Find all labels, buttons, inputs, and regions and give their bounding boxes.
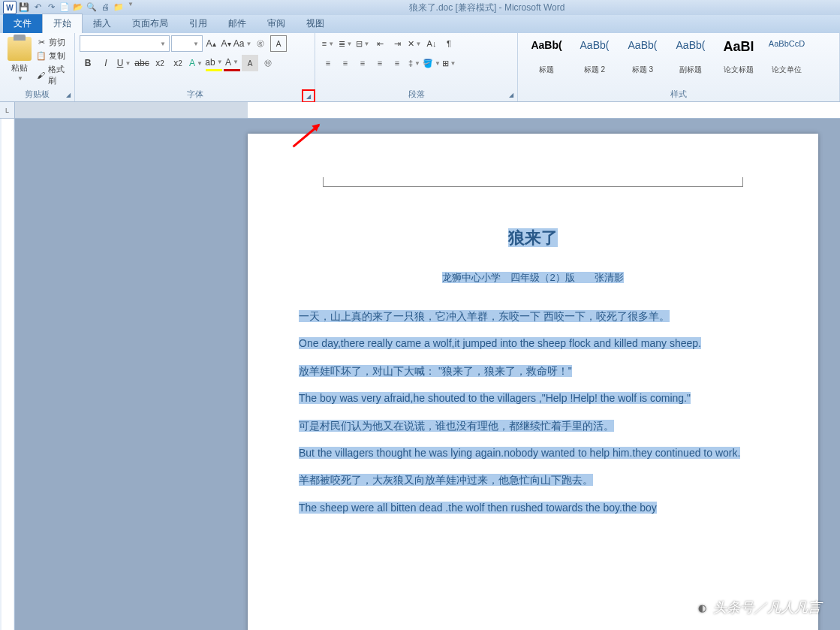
font-color-button[interactable]: A▼: [224, 55, 240, 71]
open-icon[interactable]: 📂: [72, 1, 84, 13]
tab-references[interactable]: 引用: [179, 14, 218, 33]
group-font: ▼ ▼ A▴ A▾ Aa▼ ㊔ A B I U▼ abc x2 x2 A▼ ab…: [75, 33, 315, 101]
grow-font-button[interactable]: A▴: [204, 35, 218, 52]
phonetic-guide-button[interactable]: ㊔: [252, 35, 269, 52]
redo-icon[interactable]: ↷: [45, 1, 57, 13]
cut-button[interactable]: ✂剪切: [36, 37, 70, 48]
copy-button[interactable]: 📋复制: [36, 50, 70, 62]
doc-paragraph[interactable]: The sheep were all bitten dead .the wolf…: [278, 494, 788, 521]
quick-access-toolbar: W 💾 ↶ ↷ 📄 📂 🔍 🖨 📁 ▼: [0, 1, 134, 14]
line-spacing-button[interactable]: ‡▼: [406, 55, 423, 71]
borders-button[interactable]: ⊞▼: [441, 55, 457, 71]
show-marks-button[interactable]: ¶: [441, 35, 457, 52]
font-name-combo[interactable]: ▼: [80, 35, 170, 52]
underline-button[interactable]: U▼: [116, 55, 132, 71]
style-item[interactable]: AaBbCcD论文单位: [763, 35, 811, 79]
change-case-button[interactable]: Aa▼: [234, 35, 251, 52]
app-icon: W: [3, 1, 17, 14]
numbering-button[interactable]: ≣▼: [337, 35, 354, 52]
styles-gallery[interactable]: AaBb(标题 AaBb(标题 2 AaBb(标题 3 AaBb(副标题 AaB…: [522, 35, 811, 82]
ruler-horizontal: L: [0, 102, 840, 119]
preview-icon[interactable]: 🔍: [86, 1, 98, 13]
char-border-button[interactable]: A: [270, 35, 287, 52]
paste-button[interactable]: 粘贴 ▼: [5, 35, 35, 83]
doc-paragraph[interactable]: 羊都被咬死了，大灰狼又向放羊娃冲过来，他急忙向山下跑去。: [278, 466, 788, 493]
strikethrough-button[interactable]: abc: [134, 55, 150, 71]
ribbon-tabs: 文件 开始 插入 页面布局 引用 邮件 审阅 视图: [0, 15, 840, 33]
tab-review[interactable]: 审阅: [257, 14, 296, 33]
group-clipboard: 粘贴 ▼ ✂剪切 📋复制 🖌格式刷 剪贴板 ◢: [0, 33, 75, 101]
watermark: ◐ 头条号／凡人凡言: [694, 598, 821, 616]
cut-icon: ✂: [36, 38, 47, 48]
document-viewport[interactable]: 狼来了 龙狮中心小学 四年级（2）版 张清影 一天，山上真的来了一只狼，它冲入羊…: [15, 119, 840, 630]
multilevel-button[interactable]: ⊟▼: [354, 35, 371, 52]
justify-button[interactable]: ≡: [372, 55, 388, 71]
title-bar: W 💾 ↶ ↷ 📄 📂 🔍 🖨 📁 ▼ 狼来了.doc [兼容模式] - Mic…: [0, 0, 840, 15]
ruler-h-track[interactable]: [248, 102, 840, 118]
highlight-button[interactable]: ab▼: [206, 55, 222, 71]
style-item[interactable]: AaBb(标题 2: [571, 35, 619, 79]
group-styles: AaBb(标题 AaBb(标题 2 AaBb(标题 3 AaBb(副标题 AaB…: [518, 33, 840, 101]
window-title: 狼来了.doc [兼容模式] - Microsoft Word: [134, 2, 840, 14]
doc-subtitle[interactable]: 龙狮中心小学 四年级（2）版 张清影: [278, 265, 788, 291]
distribute-button[interactable]: ≡: [389, 55, 405, 71]
qat-dropdown-icon[interactable]: ▼: [128, 1, 134, 14]
asian-layout-button[interactable]: ✕▼: [406, 35, 423, 52]
header-boundary: [323, 186, 743, 187]
watermark-icon: ◐: [694, 599, 710, 616]
align-left-button[interactable]: ≡: [320, 55, 336, 71]
bold-button[interactable]: B: [80, 55, 96, 71]
tab-mailings[interactable]: 邮件: [218, 14, 257, 33]
increase-indent-button[interactable]: ⇥: [389, 35, 405, 52]
char-shading-button[interactable]: A: [242, 55, 258, 71]
tab-insert[interactable]: 插入: [83, 14, 122, 33]
folder-icon[interactable]: 📁: [113, 1, 125, 13]
align-right-button[interactable]: ≡: [354, 55, 371, 71]
document-body[interactable]: 狼来了 龙狮中心小学 四年级（2）版 张清影 一天，山上真的来了一只狼，它冲入羊…: [278, 216, 788, 521]
font-size-combo[interactable]: ▼: [171, 35, 203, 52]
paragraph-dialog-launcher[interactable]: ◢: [506, 90, 516, 100]
text-effects-button[interactable]: A▼: [188, 55, 204, 71]
format-painter-button[interactable]: 🖌格式刷: [36, 64, 70, 86]
enclose-chars-button[interactable]: ㊕: [260, 55, 276, 71]
tab-file[interactable]: 文件: [3, 14, 42, 33]
doc-paragraph[interactable]: But the villagers thought he was lying a…: [278, 439, 788, 466]
undo-icon[interactable]: ↶: [32, 1, 44, 13]
ruler-vertical[interactable]: [0, 119, 15, 630]
tab-home[interactable]: 开始: [42, 14, 83, 33]
tab-view[interactable]: 视图: [296, 14, 335, 33]
clipboard-dialog-launcher[interactable]: ◢: [63, 90, 73, 100]
format-painter-icon: 🖌: [36, 70, 46, 80]
tab-layout[interactable]: 页面布局: [122, 14, 179, 33]
shrink-font-button[interactable]: A▾: [219, 35, 233, 52]
align-center-button[interactable]: ≡: [337, 55, 354, 71]
doc-paragraph[interactable]: 放羊娃吓坏了，对山下大喊： "狼来了，狼来了，救命呀！": [278, 357, 788, 384]
bullets-button[interactable]: ≡▼: [320, 35, 336, 52]
font-dialog-launcher[interactable]: ◢: [302, 89, 315, 103]
paste-dropdown-icon[interactable]: ▼: [17, 75, 23, 82]
doc-paragraph[interactable]: One day,there really came a wolf,it jump…: [278, 330, 788, 357]
print-icon[interactable]: 🖨: [99, 1, 111, 13]
decrease-indent-button[interactable]: ⇤: [372, 35, 388, 52]
italic-button[interactable]: I: [98, 55, 114, 71]
doc-paragraph[interactable]: The boy was very afraid,he shouted to th…: [278, 384, 788, 411]
style-item[interactable]: AaBb(副标题: [667, 35, 715, 79]
shading-button[interactable]: 🪣▼: [423, 55, 440, 71]
tab-selector[interactable]: L: [0, 102, 15, 119]
save-icon[interactable]: 💾: [18, 1, 30, 13]
superscript-button[interactable]: x2: [170, 55, 186, 71]
subscript-button[interactable]: x2: [152, 55, 168, 71]
ribbon: 粘贴 ▼ ✂剪切 📋复制 🖌格式刷 剪贴板 ◢ ▼ ▼ A▴ A▾ Aa▼ ㊔ …: [0, 33, 840, 102]
doc-paragraph[interactable]: 可是村民们认为他又在说谎，谁也没有理他，都继续忙着手里的活。: [278, 412, 788, 439]
style-item[interactable]: AaBb(标题 3: [619, 35, 667, 79]
copy-icon: 📋: [36, 51, 47, 62]
paste-icon: [8, 37, 32, 61]
group-paragraph: ≡▼ ≣▼ ⊟▼ ⇤ ⇥ ✕▼ A↓ ¶ ≡ ≡ ≡ ≡ ≡ ‡▼ 🪣▼ ⊞▼ …: [315, 33, 518, 101]
new-icon[interactable]: 📄: [59, 1, 71, 13]
style-item[interactable]: AaBl论文标题: [715, 35, 763, 79]
document-page[interactable]: 狼来了 龙狮中心小学 四年级（2）版 张清影 一天，山上真的来了一只狼，它冲入羊…: [248, 134, 818, 630]
doc-title[interactable]: 狼来了: [278, 216, 788, 259]
style-item[interactable]: AaBb(标题: [522, 35, 571, 79]
sort-button[interactable]: A↓: [423, 35, 440, 52]
doc-paragraph[interactable]: 一天，山上真的来了一只狼，它冲入羊群，东咬一下 西咬一下，咬死了很多羊。: [278, 303, 788, 330]
